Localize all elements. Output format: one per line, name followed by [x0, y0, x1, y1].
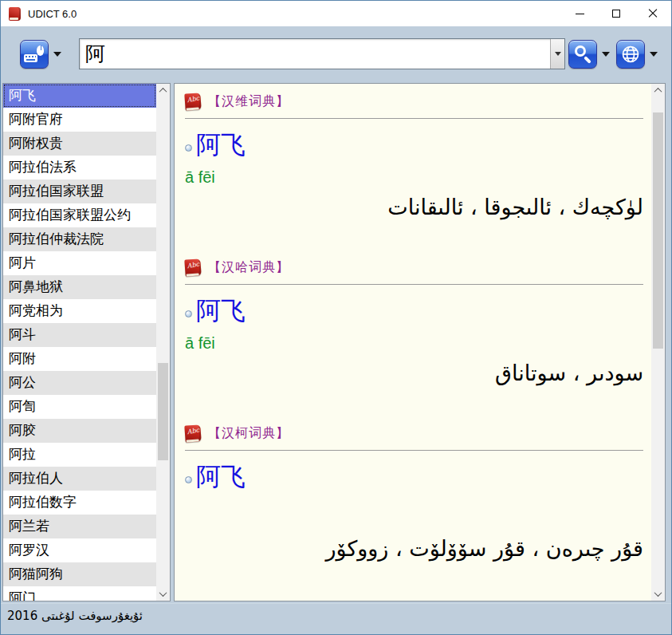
scroll-up-button[interactable]: [651, 84, 665, 97]
chevron-down-icon: [555, 52, 561, 56]
main-scrollbar[interactable]: [651, 84, 665, 601]
dictionary-book-icon: Abc: [184, 259, 201, 277]
scroll-down-button[interactable]: [156, 587, 170, 601]
maximize-icon: [612, 10, 620, 18]
entry-header: Abc 【汉哈词典】: [185, 259, 643, 276]
dictionary-entry: Abc 【汉维词典】 阿飞 ā fēi لۈكچەك ، ئالىجوقا ، …: [185, 93, 643, 223]
dictionary-name: 【汉维词典】: [208, 93, 289, 110]
statusbar: ئۇيغۇرسوفت لۇغىتى 2016: [1, 603, 671, 634]
search-button[interactable]: [568, 40, 597, 69]
chevron-down-icon: [654, 589, 662, 597]
list-item[interactable]: 阿附权贵: [3, 132, 156, 156]
app-book-icon: [9, 7, 21, 21]
globe-icon: [620, 44, 641, 65]
scrollbar-thumb[interactable]: [653, 112, 663, 349]
keyboard-icon: [24, 54, 37, 62]
list-item[interactable]: 阿拉伯国家联盟公约: [3, 203, 156, 227]
body-area: 阿飞 阿附官府 阿附权贵 阿拉伯法系 阿拉伯国家联盟 阿拉伯国家联盟公约 阿拉伯…: [1, 81, 671, 603]
entry-header: Abc 【汉维词典】: [185, 93, 643, 110]
list-item[interactable]: 阿拉伯仲裁法院: [3, 227, 156, 251]
list-item[interactable]: 阿罗汉: [3, 538, 156, 562]
web-search-button[interactable]: [616, 40, 645, 69]
dictionary-entry: Abc 【汉柯词典】 阿飞 قۇر چىرەن ، قۇر سۆۆلۆت ، ز…: [185, 425, 643, 563]
sidebar-scrollbar[interactable]: [156, 84, 170, 601]
web-dropdown-arrow-icon[interactable]: [650, 52, 658, 57]
list-item[interactable]: 阿党相为: [3, 299, 156, 323]
list-item[interactable]: 阿附: [3, 347, 156, 371]
input-method-button[interactable]: [20, 40, 49, 69]
list-item[interactable]: 阿拉伯数字: [3, 491, 156, 515]
list-item[interactable]: 阿拉: [3, 443, 156, 467]
titlebar[interactable]: UDICT 6.0: [1, 1, 671, 26]
dictionary-name: 【汉哈词典】: [208, 259, 289, 276]
list-item[interactable]: 阿飞: [3, 84, 156, 108]
list-item[interactable]: 阿拉伯人: [3, 467, 156, 491]
pronounce-icon[interactable]: [185, 476, 192, 483]
app-window: UDICT 6.0: [0, 0, 672, 635]
chevron-up-icon: [159, 88, 167, 96]
list-item[interactable]: 阿斗: [3, 323, 156, 347]
headword-row: 阿飞: [185, 132, 643, 159]
chevron-down-icon: [159, 589, 167, 597]
close-button[interactable]: [635, 1, 671, 26]
close-icon: [648, 9, 658, 18]
list-item[interactable]: 阿鼻地狱: [3, 275, 156, 299]
translation: لۈكچەك ، ئالىجوقا ، ئالىقانات: [185, 191, 643, 223]
pronounce-icon[interactable]: [185, 144, 192, 152]
search-icon: [575, 45, 586, 57]
toolbar: [1, 26, 671, 81]
search-combobox: [79, 38, 565, 69]
pinyin: ā fēi: [185, 334, 643, 353]
headword-row: 阿飞: [185, 298, 643, 325]
scrollbar-thumb[interactable]: [158, 363, 168, 460]
definitions-content: Abc 【汉维词典】 阿飞 ā fēi لۈكچەك ، ئالىجوقا ، …: [175, 84, 651, 601]
window-controls: [561, 1, 671, 26]
entry-header: Abc 【汉柯词典】: [185, 425, 643, 442]
translation: سودىر ، سوتاناق: [185, 357, 643, 388]
headword[interactable]: 阿飞: [196, 298, 246, 325]
translation: قۇر چىرەن ، قۇر سۆۆلۆت ، زووكۆر: [185, 533, 643, 564]
dictionary-book-icon: Abc: [184, 93, 201, 110]
statusbar-text: ئۇيغۇرسوفت لۇغىتى 2016: [7, 609, 143, 623]
maximize-button[interactable]: [598, 1, 635, 26]
divider: [185, 284, 643, 285]
word-list: 阿飞 阿附官府 阿附权贵 阿拉伯法系 阿拉伯国家联盟 阿拉伯国家联盟公约 阿拉伯…: [2, 83, 171, 601]
list-item[interactable]: 阿胶: [3, 419, 156, 443]
list-item[interactable]: 阿訇: [3, 395, 156, 419]
divider: [185, 450, 643, 451]
list-item[interactable]: 阿公: [3, 371, 156, 395]
list-item[interactable]: 阿附官府: [3, 108, 156, 132]
list-item[interactable]: 阿拉伯法系: [3, 156, 156, 179]
list-item[interactable]: 阿拉伯国家联盟: [3, 179, 156, 203]
word-list-items: 阿飞 阿附官府 阿附权贵 阿拉伯法系 阿拉伯国家联盟 阿拉伯国家联盟公约 阿拉伯…: [3, 84, 156, 601]
scroll-up-button[interactable]: [156, 84, 170, 97]
dictionary-name: 【汉柯词典】: [208, 425, 289, 442]
scroll-down-button[interactable]: [651, 587, 665, 601]
pronounce-icon[interactable]: [185, 310, 192, 318]
divider: [185, 118, 643, 119]
mouse-icon: [37, 45, 44, 56]
pinyin: ā fēi: [185, 168, 643, 187]
list-item[interactable]: 阿猫阿狗: [3, 562, 156, 586]
search-input[interactable]: [80, 39, 550, 69]
headword[interactable]: 阿飞: [196, 132, 246, 159]
list-item[interactable]: 阿兰若: [3, 515, 156, 538]
dictionary-book-icon: Abc: [184, 425, 201, 443]
headword-row: 阿飞: [185, 463, 643, 491]
dictionary-entry: Abc 【汉哈词典】 阿飞 ā fēi سودىر ، سوتاناق: [185, 259, 643, 388]
list-item[interactable]: 阿门: [3, 586, 156, 601]
search-history-dropdown-button[interactable]: [550, 39, 564, 69]
minimize-icon: [576, 14, 584, 14]
definitions-panel: Abc 【汉维词典】 阿飞 ā fēi لۈكچەك ، ئالىجوقا ، …: [174, 83, 666, 601]
headword[interactable]: 阿飞: [196, 463, 246, 491]
chevron-up-icon: [654, 88, 662, 96]
list-item[interactable]: 阿片: [3, 251, 156, 275]
window-title: UDICT 6.0: [28, 8, 77, 20]
input-method-dropdown-arrow-icon[interactable]: [53, 52, 61, 57]
search-dropdown-arrow-icon[interactable]: [602, 52, 610, 57]
minimize-button[interactable]: [561, 1, 598, 26]
